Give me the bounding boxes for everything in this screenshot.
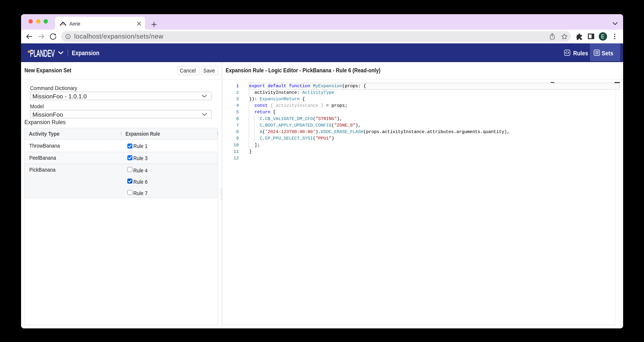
svg-text:PLANDEV: PLANDEV [30, 48, 55, 59]
